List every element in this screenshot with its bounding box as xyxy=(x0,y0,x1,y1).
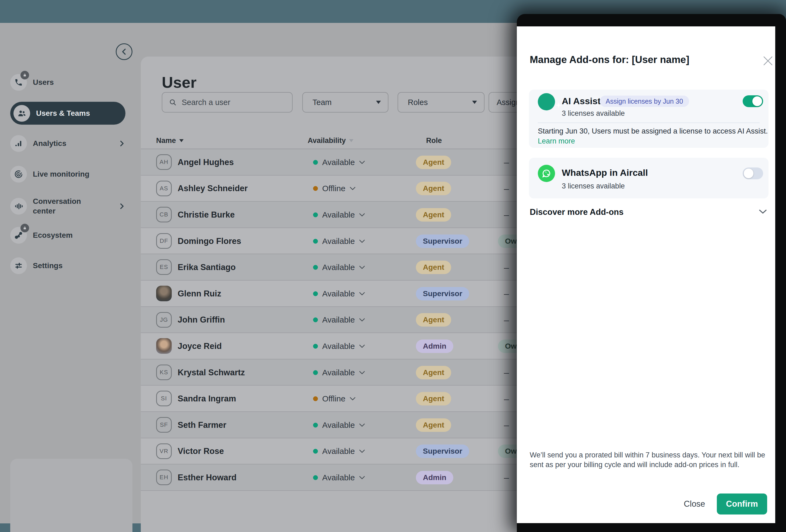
assignment-dash: – xyxy=(498,183,509,194)
sidebar-item-analytics[interactable]: Analytics xyxy=(10,135,106,152)
deadline-badge: Assign licenses by Jun 30 xyxy=(600,96,689,107)
user-name: Christie Burke xyxy=(178,202,235,228)
confirm-button[interactable]: Confirm xyxy=(717,493,767,514)
availability-select[interactable]: Offline xyxy=(313,176,355,202)
availability-dot xyxy=(313,318,318,322)
avatar: ES xyxy=(156,259,172,275)
availability-label: Available xyxy=(322,263,355,272)
licenses-available: 3 licenses available xyxy=(562,182,625,190)
user-name: Joyce Reid xyxy=(178,333,222,360)
availability-label: Offline xyxy=(322,184,345,193)
close-button[interactable]: Close xyxy=(678,498,711,510)
learn-more-link[interactable]: Learn more xyxy=(538,137,575,145)
role-badge: Supervisor xyxy=(416,287,469,300)
sidebar-item-users-teams[interactable]: Users & Teams xyxy=(10,102,125,125)
availability-select[interactable]: Available xyxy=(313,412,365,438)
sidebar-collapse-button[interactable] xyxy=(116,43,133,60)
discover-more-addons[interactable]: Discover more Add-ons xyxy=(530,207,624,217)
availability-label: Available xyxy=(322,420,355,430)
availability-select[interactable]: Available xyxy=(313,307,365,333)
user-name: Angel Hughes xyxy=(178,149,234,176)
column-header-availability[interactable]: Availability xyxy=(308,137,353,145)
user-name: Seth Farmer xyxy=(178,412,226,438)
role-badge: Admin xyxy=(416,471,453,484)
assignment-cell: – xyxy=(498,254,509,280)
availability-select[interactable]: Available xyxy=(313,333,365,360)
screen: Users Users & Teams Analytics xyxy=(0,0,786,532)
user-name: Domingo Flores xyxy=(178,228,241,254)
search-placeholder: Search a user xyxy=(182,98,230,107)
availability-select[interactable]: Available xyxy=(313,280,365,307)
availability-select[interactable]: Available xyxy=(313,228,365,254)
availability-label: Available xyxy=(322,237,355,246)
assignment-dash: – xyxy=(498,288,509,299)
avatar: SI xyxy=(156,391,172,406)
role-badge: Admin xyxy=(416,340,453,353)
sidebar-item-live-monitoring[interactable]: Live monitoring xyxy=(10,166,106,183)
availability-label: Available xyxy=(322,342,355,351)
close-icon[interactable] xyxy=(763,55,773,66)
sidebar-item-label: Ecosystem xyxy=(33,230,106,240)
chevron-down-icon xyxy=(359,160,365,164)
assign-filter-label: Assign xyxy=(496,98,520,107)
chevron-down-icon[interactable] xyxy=(759,209,767,214)
availability-dot xyxy=(313,370,318,375)
chevron-down-icon xyxy=(350,397,355,401)
assignment-dash: – xyxy=(498,367,509,378)
team-filter-label: Team xyxy=(313,98,332,107)
sidebar-item-settings[interactable]: Settings xyxy=(10,257,106,274)
team-filter-dropdown[interactable]: Team xyxy=(302,92,388,113)
search-input[interactable]: Search a user xyxy=(162,92,293,113)
lock-icon xyxy=(20,224,29,232)
availability-label: Available xyxy=(322,447,355,456)
avatar: KS xyxy=(156,365,172,380)
sidebar-item-users[interactable]: Users xyxy=(10,74,106,91)
sidebar-item-label: Users & Teams xyxy=(36,109,90,118)
roles-filter-dropdown[interactable]: Roles xyxy=(398,92,485,113)
role-badge: Agent xyxy=(416,418,451,432)
column-header-name[interactable]: Name xyxy=(156,137,184,145)
chevron-down-icon xyxy=(359,423,365,427)
phone-icon xyxy=(10,74,27,91)
assign-filter-dropdown[interactable]: Assign xyxy=(489,92,520,113)
availability-select[interactable]: Available xyxy=(313,438,365,465)
availability-select[interactable]: Offline xyxy=(313,386,355,412)
avatar xyxy=(156,286,172,301)
availability-dot xyxy=(313,239,318,244)
avatar: VR xyxy=(156,443,172,459)
sidebar-item-label: Settings xyxy=(33,261,106,271)
availability-dot xyxy=(313,344,318,349)
assignment-dash: – xyxy=(498,315,509,325)
availability-select[interactable]: Available xyxy=(313,202,365,228)
user-name: Ashley Schneider xyxy=(178,176,248,202)
chevron-right-icon xyxy=(120,203,124,209)
assignment-dash: – xyxy=(498,472,509,483)
modal-title: Manage Add-ons for: [User name] xyxy=(530,54,689,65)
sidebar-item-ecosystem[interactable]: Ecosystem xyxy=(10,227,106,244)
availability-select[interactable]: Available xyxy=(313,254,365,280)
availability-label: Available xyxy=(322,158,355,167)
billing-note: We’ll send you a prorated bill within 7 … xyxy=(530,450,772,469)
avatar: EH xyxy=(156,469,172,485)
availability-select[interactable]: Available xyxy=(313,149,365,176)
chevron-down-icon xyxy=(359,213,365,217)
column-header-role: Role xyxy=(426,137,442,145)
user-name: Glenn Ruiz xyxy=(178,280,221,307)
caret-down-icon xyxy=(376,101,381,104)
availability-select[interactable]: Available xyxy=(313,464,365,491)
whatsapp-toggle[interactable] xyxy=(743,167,763,179)
addon-name: AI Assist xyxy=(562,96,601,106)
chevron-down-icon xyxy=(359,371,365,374)
availability-select[interactable]: Available xyxy=(313,360,365,386)
user-name: Esther Howard xyxy=(178,464,237,491)
sidebar-item-label: Users xyxy=(33,77,106,87)
availability-label: Offline xyxy=(322,394,345,403)
availability-dot xyxy=(313,423,318,427)
availability-label: Available xyxy=(322,368,355,377)
avatar: CB xyxy=(156,207,172,223)
sidebar-item-conversation-center[interactable]: Conversation center xyxy=(10,196,106,216)
ai-assist-icon xyxy=(538,93,555,110)
availability-dot xyxy=(313,475,318,480)
ai-assist-toggle[interactable] xyxy=(743,95,763,107)
chevron-down-icon xyxy=(359,476,365,480)
